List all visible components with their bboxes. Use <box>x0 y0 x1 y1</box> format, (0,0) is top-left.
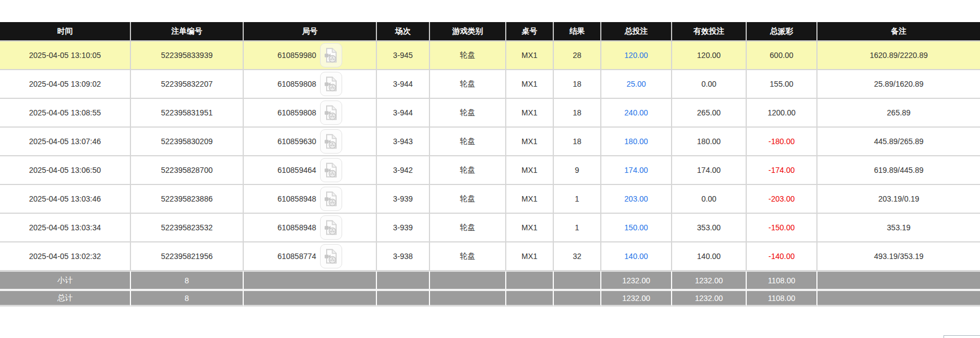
cell-game-type: 轮盘 <box>430 185 506 214</box>
round-id-value: 610859630 <box>277 137 316 146</box>
cell-remark: 493.19/353.19 <box>817 242 980 271</box>
table-row[interactable]: 2025-04-05 13:07:46 522395830209 6108596… <box>0 128 980 156</box>
cell-total-payout: -150.00 <box>747 214 817 242</box>
cell-bet-id: 522395830209 <box>131 128 244 156</box>
cell-total-bet[interactable]: 120.00 <box>601 41 672 70</box>
cell-total-payout: -174.00 <box>747 156 817 185</box>
cell-valid-bet: 0.00 <box>672 185 747 214</box>
cell-valid-bet: 180.00 <box>672 128 747 156</box>
cell-total-payout: 600.00 <box>747 41 817 70</box>
grand-total-valid-bet: 1232.00 <box>672 289 747 307</box>
round-id-value: 610858948 <box>277 194 316 203</box>
table-row[interactable]: 2025-04-05 13:03:46 522395823886 6108589… <box>0 185 980 214</box>
cell-game-type: 轮盘 <box>430 156 506 185</box>
cell-result: 18 <box>554 128 601 156</box>
replay-video-button[interactable] <box>320 244 342 268</box>
replay-video-button[interactable] <box>320 72 342 96</box>
bet-records-screen: 时间 注单编号 局号 场次 游戏类别 桌号 结果 总投注 有效投注 总派彩 备注… <box>0 0 980 338</box>
cell-game-type: 轮盘 <box>430 70 506 99</box>
cell-table-no: MX1 <box>506 242 554 271</box>
replay-video-button[interactable] <box>320 129 342 154</box>
replay-video-button[interactable] <box>320 187 342 211</box>
round-id-value: 610859464 <box>277 166 316 175</box>
cell-valid-bet: 265.00 <box>672 99 747 128</box>
cell-total-bet[interactable]: 150.00 <box>601 214 672 242</box>
cell-bet-id: 522395823886 <box>131 185 244 214</box>
header-remark: 备注 <box>817 22 980 41</box>
table-row[interactable]: 2025-04-05 13:08:55 522395831951 6108598… <box>0 99 980 128</box>
subtotal-valid-bet: 1232.00 <box>672 271 747 289</box>
cell-session: 3-939 <box>377 185 430 214</box>
cell-table-no: MX1 <box>506 128 554 156</box>
cell-result: 28 <box>554 41 601 70</box>
grand-total-row: 总计 8 1232.00 1232.00 1108.00 <box>0 289 980 307</box>
cell-total-bet[interactable]: 180.00 <box>601 128 672 156</box>
header-time: 时间 <box>0 22 131 41</box>
cell-game-type: 轮盘 <box>430 214 506 242</box>
cell-remark: 445.89/265.89 <box>817 128 980 156</box>
cell-remark: 265.89 <box>817 99 980 128</box>
video-file-icon <box>324 47 338 64</box>
cell-result: 32 <box>554 242 601 271</box>
cell-total-bet[interactable]: 203.00 <box>601 185 672 214</box>
cell-round-id: 610859808 <box>244 70 377 99</box>
cell-total-payout: 1200.00 <box>747 99 817 128</box>
cell-round-id: 610859980 <box>244 41 377 70</box>
table-row[interactable]: 2025-04-05 13:02:32 522395821956 6108587… <box>0 242 980 271</box>
partial-input-box[interactable] <box>944 335 980 338</box>
cell-valid-bet: 174.00 <box>672 156 747 185</box>
cell-result: 1 <box>554 214 601 242</box>
cell-session: 3-944 <box>377 70 430 99</box>
table-row[interactable]: 2025-04-05 13:10:05 522395833939 6108599… <box>0 41 980 70</box>
cell-valid-bet: 140.00 <box>672 242 747 271</box>
table-row[interactable]: 2025-04-05 13:03:34 522395823532 6108589… <box>0 214 980 242</box>
cell-game-type: 轮盘 <box>430 99 506 128</box>
cell-time: 2025-04-05 13:02:32 <box>0 242 131 271</box>
replay-video-button[interactable] <box>320 43 342 67</box>
table-row[interactable]: 2025-04-05 13:09:02 522395832207 6108598… <box>0 70 980 99</box>
video-file-icon <box>324 248 338 265</box>
video-file-icon <box>324 162 338 178</box>
header-valid-bet: 有效投注 <box>672 22 747 41</box>
cell-remark: 203.19/0.19 <box>817 185 980 214</box>
cell-valid-bet: 353.00 <box>672 214 747 242</box>
table-row[interactable]: 2025-04-05 13:06:50 522395828700 6108594… <box>0 156 980 185</box>
cell-game-type: 轮盘 <box>430 128 506 156</box>
cell-remark: 25.89/1620.89 <box>817 70 980 99</box>
replay-video-button[interactable] <box>320 158 342 182</box>
cell-round-id: 610859630 <box>244 128 377 156</box>
cell-table-no: MX1 <box>506 70 554 99</box>
round-id-value: 610858774 <box>277 252 316 261</box>
grand-total-total-payout: 1108.00 <box>747 289 817 307</box>
subtotal-total-payout: 1108.00 <box>747 271 817 289</box>
cell-table-no: MX1 <box>506 156 554 185</box>
cell-total-bet[interactable]: 240.00 <box>601 99 672 128</box>
cell-time: 2025-04-05 13:08:55 <box>0 99 131 128</box>
cell-bet-id: 522395831951 <box>131 99 244 128</box>
cell-table-no: MX1 <box>506 185 554 214</box>
bet-records-table: 时间 注单编号 局号 场次 游戏类别 桌号 结果 总投注 有效投注 总派彩 备注… <box>0 22 980 307</box>
cell-total-bet[interactable]: 25.00 <box>601 70 672 99</box>
cell-bet-id: 522395833939 <box>131 41 244 70</box>
cell-valid-bet: 120.00 <box>672 41 747 70</box>
cell-table-no: MX1 <box>506 99 554 128</box>
video-file-icon <box>324 219 338 236</box>
cell-total-payout: 155.00 <box>747 70 817 99</box>
cell-bet-id: 522395821956 <box>131 242 244 271</box>
replay-video-button[interactable] <box>320 215 342 240</box>
cell-table-no: MX1 <box>506 41 554 70</box>
cell-round-id: 610858948 <box>244 214 377 242</box>
cell-total-bet[interactable]: 140.00 <box>601 242 672 271</box>
cell-total-bet[interactable]: 174.00 <box>601 156 672 185</box>
cell-session: 3-944 <box>377 99 430 128</box>
table-body: 2025-04-05 13:10:05 522395833939 6108599… <box>0 41 980 271</box>
cell-total-payout: -140.00 <box>747 242 817 271</box>
cell-remark: 619.89/445.89 <box>817 156 980 185</box>
cell-session: 3-943 <box>377 128 430 156</box>
cell-result: 1 <box>554 185 601 214</box>
cell-game-type: 轮盘 <box>430 41 506 70</box>
cell-result: 18 <box>554 99 601 128</box>
subtotal-row: 小计 8 1232.00 1232.00 1108.00 <box>0 271 980 289</box>
replay-video-button[interactable] <box>320 101 342 125</box>
cell-bet-id: 522395832207 <box>131 70 244 99</box>
